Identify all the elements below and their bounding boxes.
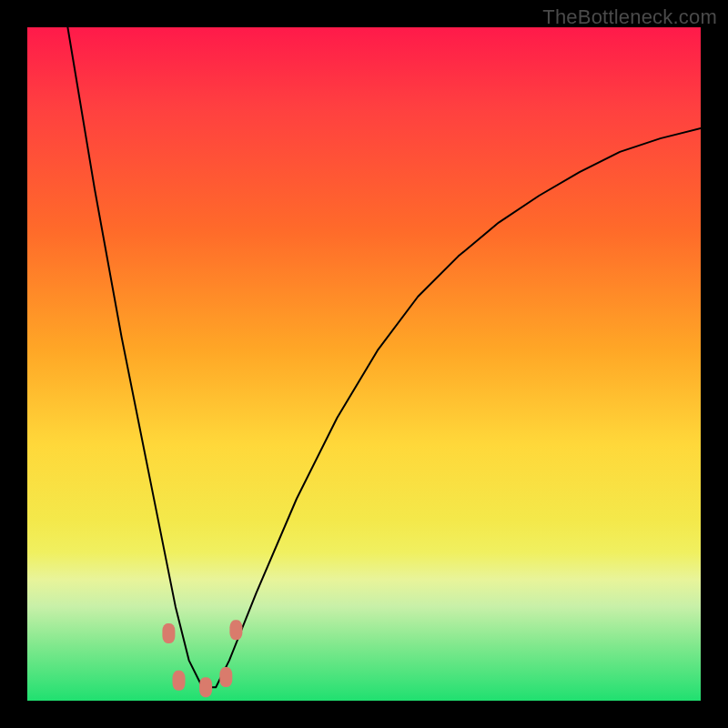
curve-marker bbox=[173, 671, 186, 691]
bottleneck-curve bbox=[67, 27, 701, 687]
curve-marker bbox=[199, 677, 212, 697]
curve-marker bbox=[229, 620, 242, 640]
watermark-text: TheBottleneck.com bbox=[542, 5, 717, 29]
chart-frame: TheBottleneck.com bbox=[0, 0, 728, 728]
curve-marker bbox=[219, 667, 232, 687]
curve-marker bbox=[162, 623, 175, 643]
plot-area bbox=[27, 27, 701, 701]
curve-svg bbox=[27, 27, 701, 701]
